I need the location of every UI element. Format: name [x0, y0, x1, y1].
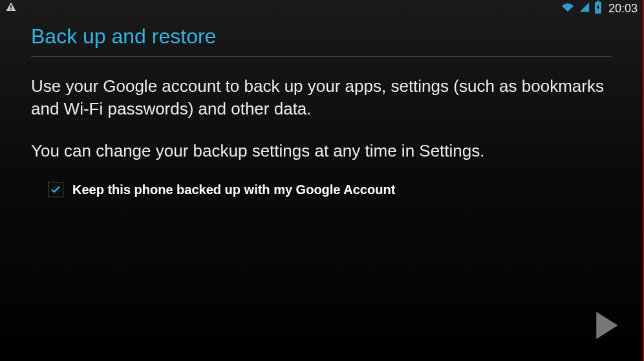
warning-icon [5, 1, 17, 16]
backup-checkbox-label: Keep this phone backed up with my Google… [72, 182, 395, 197]
svg-rect-1 [10, 9, 12, 10]
divider [31, 56, 612, 57]
play-arrow-icon [594, 311, 621, 340]
page-title: Back up and restore [31, 25, 612, 49]
signal-icon [579, 1, 590, 16]
battery-charging-icon [594, 1, 602, 16]
description-paragraph-1: Use your Google account to back up your … [31, 75, 612, 120]
backup-checkbox[interactable] [48, 182, 63, 197]
status-bar: 20:03 [0, 0, 643, 17]
checkmark-icon [50, 184, 61, 195]
next-button[interactable] [591, 309, 623, 342]
backup-checkbox-row[interactable]: Keep this phone backed up with my Google… [31, 182, 612, 197]
description-paragraph-2: You can change your backup settings at a… [31, 140, 612, 162]
svg-rect-2 [597, 1, 599, 2]
svg-rect-0 [10, 5, 12, 8]
status-time: 20:03 [608, 2, 638, 16]
wifi-icon [561, 1, 575, 16]
